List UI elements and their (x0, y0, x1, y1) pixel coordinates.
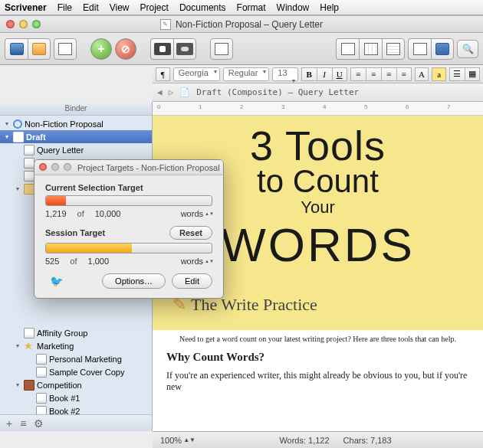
document-proxy-icon[interactable]: ✎ (160, 19, 171, 30)
article-heading: Why Count Words? (166, 351, 469, 364)
draft-icon (13, 132, 24, 142)
selection-progress-bar (45, 195, 212, 206)
folder-icon (24, 184, 34, 195)
options-button[interactable]: Options… (102, 273, 166, 289)
edit-button[interactable]: Edit (172, 273, 212, 289)
menu-format[interactable]: Format (237, 2, 266, 13)
popup-titlebar[interactable]: Project Targets - Non-Fiction Proposal (34, 160, 223, 175)
binder-item[interactable]: Book #1 (0, 391, 152, 404)
session-current: 525 (45, 257, 59, 266)
split-button[interactable] (408, 38, 431, 60)
align-right-button[interactable]: ≡ (381, 67, 396, 81)
align-justify-button[interactable]: ≡ (396, 67, 412, 81)
styles-button[interactable]: ¶ (156, 67, 170, 81)
article-body[interactable]: Need to get a word count on your latest … (153, 330, 483, 397)
session-stepper[interactable]: ▲▼ (205, 260, 212, 263)
minimize-window-button[interactable] (19, 20, 28, 28)
file-icon (24, 145, 34, 155)
project-targets-window[interactable]: Project Targets - Non-Fiction Proposal C… (34, 159, 224, 299)
font-style-select[interactable]: Regular (223, 67, 270, 81)
inspector-group (408, 38, 454, 60)
file-icon (24, 171, 34, 181)
view-mode-group (336, 38, 405, 60)
binder-button[interactable] (5, 38, 28, 60)
text-color-button[interactable]: A (415, 67, 429, 81)
menu-project[interactable]: Project (140, 2, 169, 13)
align-left-button[interactable]: ≡ (350, 67, 366, 81)
compose-group (150, 38, 196, 60)
file-icon (36, 367, 47, 378)
file-icon (24, 328, 34, 338)
status-bar: 100%▲▼ Words: 1,122 Chars: 7,183 (153, 431, 483, 448)
compose-mode-button[interactable] (150, 38, 173, 60)
italic-button[interactable]: I (317, 67, 332, 81)
menu-documents[interactable]: Documents (179, 2, 226, 13)
list-button[interactable]: ☰ (449, 67, 465, 81)
binder-item-draft[interactable]: ▾Draft (0, 130, 152, 143)
binder-settings-button[interactable] (34, 417, 44, 430)
nav-back-button[interactable]: ◀ (157, 87, 163, 97)
bold-button[interactable]: B (301, 67, 317, 81)
zoom-control[interactable]: 100%▲▼ (160, 436, 196, 445)
nav-doc-icon: 📄 (179, 87, 190, 97)
nav-forward-button[interactable]: ▷ (169, 87, 174, 97)
add-item-button[interactable] (6, 417, 12, 430)
binder-item[interactable]: Book #2 (0, 404, 152, 414)
table-button[interactable]: ▦ (465, 67, 480, 81)
selection-unit[interactable]: words (181, 209, 203, 218)
reset-button[interactable]: Reset (169, 226, 212, 240)
font-size-select[interactable]: 13 (272, 67, 297, 81)
file-icon (36, 406, 47, 415)
add-options-button[interactable] (20, 417, 26, 430)
layouts-button[interactable] (54, 38, 77, 60)
align-center-button[interactable]: ≡ (366, 67, 381, 81)
session-unit[interactable]: words (181, 257, 203, 266)
menu-window[interactable]: Window (277, 2, 310, 13)
session-target-value[interactable]: 1,000 (88, 257, 110, 266)
view-document-button[interactable] (336, 38, 359, 60)
close-window-button[interactable] (6, 20, 15, 28)
keywords-button[interactable] (173, 38, 196, 60)
menu-view[interactable]: View (110, 2, 130, 13)
ruler[interactable]: 0 1 2 3 4 5 6 7 (153, 102, 483, 116)
popup-close-button[interactable] (39, 163, 47, 171)
menu-edit[interactable]: Edit (83, 2, 99, 13)
toolbar: + ⊘ 🔍 (0, 33, 483, 65)
char-count: Chars: 7,183 (343, 436, 392, 445)
menu-help[interactable]: Help (320, 2, 339, 13)
selection-stepper[interactable]: ▲▼ (205, 212, 212, 216)
collections-button[interactable] (28, 38, 51, 60)
menu-file[interactable]: File (58, 2, 72, 13)
selection-target-value[interactable]: 10,000 (95, 209, 121, 218)
nav-path[interactable]: Draft (Composite) — Query Letter (196, 87, 359, 97)
highlight-button[interactable]: a (432, 67, 446, 81)
view-outline-button[interactable] (382, 38, 405, 60)
books-icon (24, 380, 34, 391)
add-button[interactable]: + (90, 38, 112, 60)
binder-item[interactable]: Query Letter (0, 143, 152, 156)
underline-button[interactable]: U (332, 67, 347, 81)
file-icon (36, 354, 47, 365)
trash-button[interactable]: ⊘ (115, 38, 136, 60)
font-family-select[interactable]: Georgia (173, 67, 220, 81)
session-target-label: Session Target (45, 228, 105, 237)
search-button[interactable]: 🔍 (457, 40, 478, 58)
app-menu[interactable]: Scrivener (5, 2, 47, 13)
inspector-button[interactable] (431, 38, 454, 60)
zoom-window-button[interactable] (32, 20, 41, 28)
selection-target-label: Current Selection Target (45, 183, 212, 192)
binder-item-root[interactable]: ▾Non-Fiction Proposal (0, 117, 152, 130)
popup-zoom-button (64, 163, 71, 171)
binder-item-marketing[interactable]: ▾★Marketing (0, 339, 152, 352)
word-count: Words: 1,122 (279, 436, 329, 445)
binder-item-competition[interactable]: ▾Competition (0, 378, 152, 391)
twitter-icon[interactable]: 🐦 (50, 275, 63, 287)
binder-item[interactable]: Sample Cover Copy (0, 365, 152, 378)
file-icon (36, 393, 47, 404)
binder-footer (0, 414, 152, 431)
binder-item[interactable]: Affinity Group (0, 326, 152, 339)
window-controls (6, 20, 41, 28)
binder-item[interactable]: Personal Marketing (0, 352, 152, 365)
view-corkboard-button[interactable] (359, 38, 382, 60)
quickref-button[interactable] (210, 38, 233, 60)
